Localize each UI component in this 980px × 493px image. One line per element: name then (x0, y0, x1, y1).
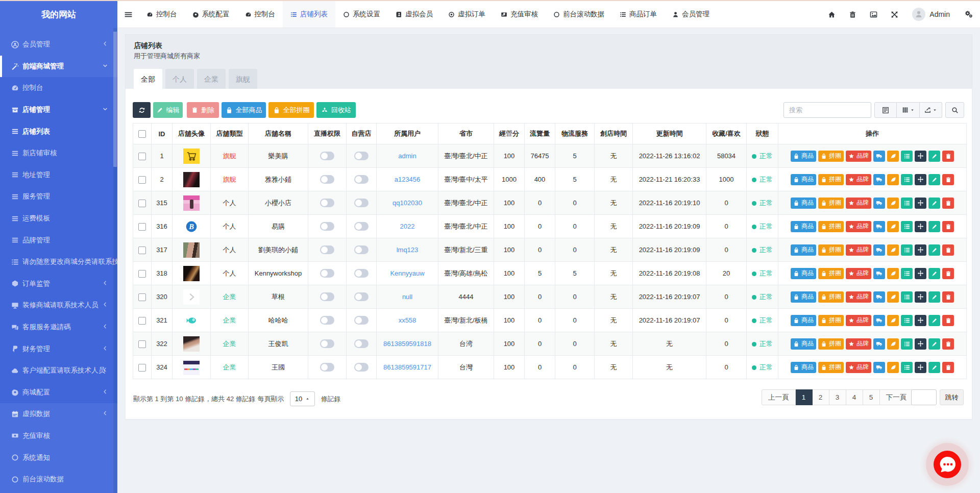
svg-text:B: B (188, 223, 194, 231)
